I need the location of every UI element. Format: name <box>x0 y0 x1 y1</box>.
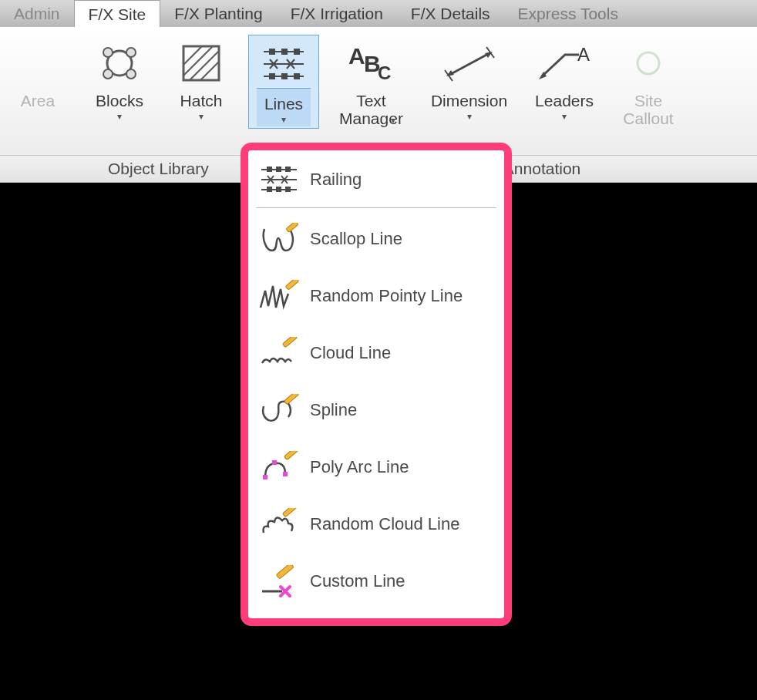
svg-point-1 <box>103 48 113 57</box>
svg-text:A: A <box>348 43 365 69</box>
dropdown-item-random-cloud-line[interactable]: Random Cloud Line <box>254 501 498 547</box>
dropdown-arrow-icon: ▾ <box>117 111 122 122</box>
svg-line-26 <box>449 53 490 75</box>
tab-fx-details[interactable]: F/X Details <box>397 0 504 27</box>
lines-icon <box>257 40 311 88</box>
ribbon-blocks[interactable]: Blocks ▾ <box>85 35 154 123</box>
ribbon-hatch-label: Hatch <box>180 92 223 109</box>
ribbon-hatch[interactable]: Hatch ▾ <box>167 35 236 123</box>
ribbon-area[interactable]: Area <box>3 35 72 111</box>
site-callout-icon <box>621 39 675 87</box>
text-manager-icon: A B C <box>344 39 398 87</box>
dropdown-item-label: Random Cloud Line <box>310 514 459 534</box>
dropdown-item-label: Spline <box>310 400 357 420</box>
ribbon-leaders-label: Leaders <box>535 92 594 109</box>
svg-rect-59 <box>276 565 294 579</box>
svg-rect-46 <box>286 187 290 191</box>
svg-rect-21 <box>282 74 287 79</box>
ribbon-lines-label: Lines <box>264 95 303 113</box>
custom-line-icon <box>259 564 299 598</box>
cloud-line-icon <box>259 336 299 370</box>
dropdown-arrow-icon: ▾ <box>391 115 395 126</box>
svg-rect-48 <box>285 280 299 290</box>
leaders-icon: A <box>537 39 591 87</box>
svg-rect-49 <box>282 337 297 348</box>
dropdown-item-poly-arc-line[interactable]: Poly Arc Line <box>254 444 498 490</box>
dropdown-item-label: Railing <box>310 170 362 190</box>
dropdown-item-label: Cloud Line <box>310 343 391 363</box>
svg-rect-13 <box>294 49 299 54</box>
ribbon-site-callout-label: Site Callout <box>623 92 673 127</box>
svg-rect-51 <box>263 475 267 480</box>
svg-rect-47 <box>286 223 298 232</box>
dropdown-item-railing[interactable]: Railing <box>254 156 498 203</box>
panel-object-library-label: Object Library <box>108 160 209 178</box>
svg-line-9 <box>200 62 219 80</box>
dropdown-item-spline[interactable]: Spline <box>254 387 498 433</box>
dropdown-arrow-icon: ▾ <box>467 111 472 122</box>
svg-rect-50 <box>284 394 298 405</box>
svg-rect-12 <box>282 49 287 54</box>
svg-line-8 <box>183 46 202 65</box>
dropdown-arrow-icon: ▾ <box>199 111 204 122</box>
area-icon <box>11 39 65 87</box>
svg-rect-52 <box>272 460 277 465</box>
svg-rect-36 <box>277 167 281 171</box>
svg-point-2 <box>126 48 136 57</box>
svg-rect-37 <box>286 167 290 171</box>
svg-rect-11 <box>270 49 274 54</box>
dropdown-separator <box>256 207 496 208</box>
dropdown-arrow-icon: ▾ <box>281 114 286 125</box>
blocks-icon <box>93 39 146 87</box>
random-pointy-line-icon <box>259 279 299 313</box>
svg-rect-44 <box>267 187 271 191</box>
railing-icon <box>259 163 299 197</box>
ribbon-blocks-label: Blocks <box>96 92 143 109</box>
tab-fx-planting[interactable]: F/X Planting <box>160 0 276 27</box>
ribbon-dimension-label: Dimension <box>431 92 507 109</box>
dropdown-item-label: Scallop Line <box>310 229 402 249</box>
svg-point-4 <box>126 69 136 79</box>
scallop-line-icon <box>259 222 299 256</box>
dropdown-item-label: Poly Arc Line <box>310 457 409 477</box>
ribbon: Area Blocks ▾ H <box>0 27 757 155</box>
svg-text:C: C <box>378 62 391 83</box>
svg-rect-35 <box>267 167 271 171</box>
hatch-icon <box>174 39 228 87</box>
tab-fx-site[interactable]: F/X Site <box>74 0 161 27</box>
dimension-icon <box>442 39 496 87</box>
ribbon-lines[interactable]: Lines ▾ <box>248 35 319 129</box>
tab-admin[interactable]: Admin <box>11 0 74 27</box>
svg-point-3 <box>103 69 113 79</box>
svg-rect-54 <box>284 451 298 460</box>
ribbon-area-label: Area <box>21 92 55 109</box>
dropdown-item-label: Custom Line <box>310 571 405 591</box>
svg-rect-45 <box>277 187 281 191</box>
tab-fx-irrigation[interactable]: F/X Irrigation <box>277 0 397 27</box>
dropdown-arrow-icon: ▾ <box>562 111 567 122</box>
ribbon-site-callout[interactable]: Site Callout <box>614 35 683 129</box>
random-cloud-line-icon <box>259 507 299 541</box>
dropdown-item-scallop-line[interactable]: Scallop Line <box>254 216 498 262</box>
lines-dropdown: Railing Scallop Line Random Pointy Line <box>241 143 512 626</box>
svg-rect-53 <box>283 472 288 476</box>
poly-arc-line-icon <box>259 450 299 484</box>
svg-text:A: A <box>577 44 590 65</box>
spline-icon <box>259 393 299 427</box>
dropdown-item-cloud-line[interactable]: Cloud Line <box>254 330 498 376</box>
svg-rect-20 <box>270 74 274 79</box>
svg-rect-5 <box>183 46 219 80</box>
svg-point-33 <box>638 52 659 74</box>
svg-rect-22 <box>294 74 299 79</box>
ribbon-dimension[interactable]: Dimension ▾ <box>423 35 515 123</box>
tab-express-tools[interactable]: Express Tools <box>504 0 632 27</box>
svg-rect-55 <box>282 508 297 517</box>
dropdown-item-random-pointy-line[interactable]: Random Pointy Line <box>254 273 498 319</box>
dropdown-item-label: Random Pointy Line <box>310 286 463 306</box>
dropdown-item-custom-line[interactable]: Custom Line <box>254 558 498 604</box>
ribbon-leaders[interactable]: A Leaders ▾ <box>527 35 601 123</box>
ribbon-tabbar: Admin F/X Site F/X Planting F/X Irrigati… <box>0 0 757 27</box>
ribbon-text-manager[interactable]: A B C Text Manager ▾ <box>331 35 411 129</box>
